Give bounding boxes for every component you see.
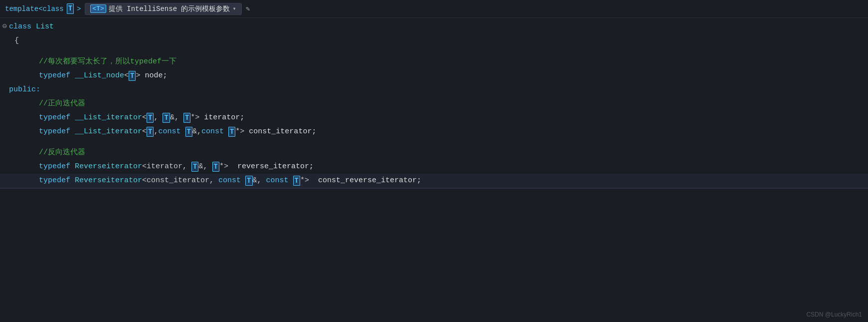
t-box-13b: T [293,176,300,186]
ident-reverse-iter-12: reverse_iterator; [237,160,314,174]
ident-const-iterator-9: const_iterator; [249,125,316,139]
fold-spacer-7 [0,97,9,111]
list-iter-type-9: __List_iterator [75,125,142,139]
ident-const-rev-iter-13: const_reverse_iterator; [318,174,421,188]
code-line-11: //反向迭代器 [0,146,868,160]
edit-icon[interactable]: ✎ [246,4,250,13]
ident-iterator-8: iterator; [204,111,244,125]
code-line-2: { [0,34,868,48]
toolbar: template<class T> <T> 提供 IntelliSense 的示… [0,0,868,18]
editor-container: template<class T> <T> 提供 IntelliSense 的示… [0,0,868,322]
code-line-1: ⊖ class List [0,20,868,34]
code-line-7: //正向迭代器 [0,97,868,111]
kw-class: class [9,20,36,34]
fold-spacer-4 [0,55,9,69]
t-box-12a: T [191,162,198,172]
code-line-9: typedef __List_iterator<T,const T&,const… [0,125,868,139]
node-ident-5: node; [145,69,167,83]
t-param-box: T [67,3,74,13]
fold-spacer-13 [0,174,9,188]
t-box-12b: T [212,162,219,172]
angle-open-5: < [124,69,129,83]
t-box-5: T [129,71,136,81]
code-area: ⊖ class List { //每次都要写太长了，所以typedef一下 ty… [0,18,868,191]
kw-typedef-12: typedef [39,160,75,174]
template-keyword: template<class [5,5,64,13]
fold-spacer-5 [0,69,9,83]
dropdown-arrow-icon: ▾ [232,5,236,12]
code-line-13: typedef Reverseiterator<const_iterator, … [0,174,868,189]
rev-iter-type-13: Reverseiterator [75,174,142,188]
list-iter-type-8: __List_iterator [75,111,142,125]
intellisense-t-badge: <T> [90,4,106,13]
comment-7: //正向迭代器 [39,97,85,111]
class-list-name: List [36,20,54,34]
kw-typedef-13: typedef [39,174,75,188]
code-line-10 [0,139,868,146]
t-box-8a: T [147,113,154,123]
t-box-8c: T [183,113,190,123]
fold-spacer-11 [0,146,9,160]
watermark: CSDN @LuckyRich1 [806,311,862,318]
fold-spacer-6 [0,83,9,97]
fold-spacer-8 [0,111,9,125]
t-box-9a: T [147,127,154,137]
fold-spacer-12 [0,160,9,174]
comment-4: //每次都要写太长了，所以typedef一下 [39,55,176,69]
code-line-4: //每次都要写太长了，所以typedef一下 [0,55,868,69]
kw-typedef-8: typedef [39,111,75,125]
t-box-9c: T [228,127,235,137]
kw-public: public: [9,83,40,97]
t-box-13a: T [245,176,252,186]
rev-iter-type-12: Reverseiterator [75,160,142,174]
template-hint: template<class T> [5,3,81,13]
code-line-3 [0,48,868,55]
intellisense-button[interactable]: <T> 提供 IntelliSense 的示例模板参数 ▾ [85,3,241,15]
list-node-type: __List_node [75,69,124,83]
template-close: > [77,5,81,13]
code-line-6: public: [0,83,868,97]
fold-indicator-1[interactable]: ⊖ [0,20,9,34]
intellisense-label: 提供 IntelliSense 的示例模板参数 [109,4,230,13]
code-line-12: typedef Reverseiterator<iterator, T&, T*… [0,160,868,174]
t-box-8b: T [163,113,170,123]
code-line-5: typedef __List_node<T> node; [0,69,868,83]
kw-typedef-5: typedef [39,69,75,83]
code-line-8: typedef __List_iterator<T, T&, T*> itera… [0,111,868,125]
angle-close-5: > [136,69,145,83]
kw-typedef-9: typedef [39,125,75,139]
t-box-9b: T [185,127,192,137]
brace-open: { [14,34,19,48]
comment-11: //反向迭代器 [39,146,85,160]
